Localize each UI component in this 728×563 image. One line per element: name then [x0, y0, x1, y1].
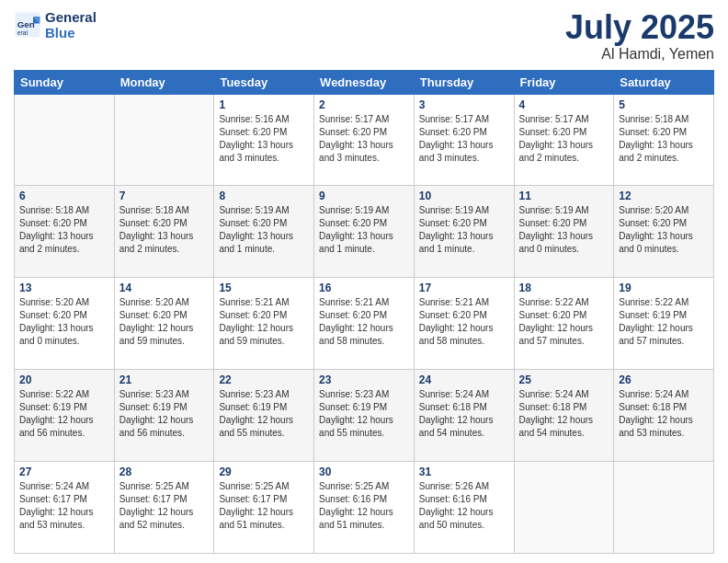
day-number: 8 [219, 190, 309, 202]
calendar-cell: 11Sunrise: 5:19 AMSunset: 6:20 PMDayligh… [514, 186, 614, 278]
day-info: Sunrise: 5:25 AMSunset: 6:17 PMDaylight:… [219, 480, 309, 532]
weekday-monday: Monday [114, 70, 214, 94]
svg-text:Gen: Gen [17, 19, 35, 29]
day-number: 24 [419, 373, 509, 386]
calendar-row-4: 27Sunrise: 5:24 AMSunset: 6:17 PMDayligh… [15, 462, 714, 554]
day-info: Sunrise: 5:16 AMSunset: 6:20 PMDaylight:… [219, 113, 309, 165]
day-info: Sunrise: 5:20 AMSunset: 6:20 PMDaylight:… [619, 204, 709, 256]
location-title: Al Hamdi, Yemen [565, 46, 714, 63]
day-number: 7 [119, 190, 210, 202]
day-number: 19 [619, 282, 709, 294]
day-number: 17 [419, 282, 509, 294]
day-number: 2 [319, 98, 409, 111]
calendar: SundayMondayTuesdayWednesdayThursdayFrid… [14, 70, 714, 554]
day-info: Sunrise: 5:18 AMSunset: 6:20 PMDaylight:… [119, 204, 210, 256]
day-info: Sunrise: 5:24 AMSunset: 6:18 PMDaylight:… [419, 388, 509, 440]
day-info: Sunrise: 5:19 AMSunset: 6:20 PMDaylight:… [519, 204, 609, 256]
calendar-cell: 28Sunrise: 5:25 AMSunset: 6:17 PMDayligh… [114, 462, 214, 554]
calendar-cell [114, 94, 214, 186]
day-info: Sunrise: 5:21 AMSunset: 6:20 PMDaylight:… [319, 296, 409, 348]
calendar-cell: 30Sunrise: 5:25 AMSunset: 6:16 PMDayligh… [314, 462, 415, 554]
calendar-cell: 15Sunrise: 5:21 AMSunset: 6:20 PMDayligh… [214, 278, 314, 370]
weekday-header-row: SundayMondayTuesdayWednesdayThursdayFrid… [15, 70, 714, 94]
calendar-cell: 4Sunrise: 5:17 AMSunset: 6:20 PMDaylight… [514, 94, 614, 186]
calendar-cell: 7Sunrise: 5:18 AMSunset: 6:20 PMDaylight… [114, 186, 214, 278]
day-number: 15 [219, 282, 309, 294]
day-info: Sunrise: 5:19 AMSunset: 6:20 PMDaylight:… [319, 204, 409, 256]
calendar-cell: 16Sunrise: 5:21 AMSunset: 6:20 PMDayligh… [314, 278, 415, 370]
day-number: 20 [19, 373, 109, 386]
day-info: Sunrise: 5:21 AMSunset: 6:20 PMDaylight:… [419, 296, 509, 348]
day-info: Sunrise: 5:25 AMSunset: 6:17 PMDaylight:… [119, 480, 210, 532]
weekday-wednesday: Wednesday [314, 70, 415, 94]
day-info: Sunrise: 5:18 AMSunset: 6:20 PMDaylight:… [19, 204, 109, 256]
calendar-cell [514, 462, 614, 554]
page: Gen eral General Blue July 2025 Al Hamdi… [0, 0, 728, 563]
calendar-row-3: 20Sunrise: 5:22 AMSunset: 6:19 PMDayligh… [15, 370, 714, 462]
day-number: 4 [519, 98, 609, 111]
day-number: 5 [619, 98, 709, 111]
day-info: Sunrise: 5:23 AMSunset: 6:19 PMDaylight:… [219, 388, 309, 440]
day-number: 22 [219, 373, 309, 386]
day-info: Sunrise: 5:17 AMSunset: 6:20 PMDaylight:… [319, 113, 409, 165]
weekday-tuesday: Tuesday [214, 70, 314, 94]
calendar-cell: 8Sunrise: 5:19 AMSunset: 6:20 PMDaylight… [214, 186, 314, 278]
calendar-row-1: 6Sunrise: 5:18 AMSunset: 6:20 PMDaylight… [15, 186, 714, 278]
calendar-cell: 31Sunrise: 5:26 AMSunset: 6:16 PMDayligh… [414, 462, 514, 554]
header: Gen eral General Blue July 2025 Al Hamdi… [14, 9, 714, 63]
calendar-cell: 14Sunrise: 5:20 AMSunset: 6:20 PMDayligh… [114, 278, 214, 370]
calendar-row-0: 1Sunrise: 5:16 AMSunset: 6:20 PMDaylight… [15, 94, 714, 186]
weekday-saturday: Saturday [614, 70, 714, 94]
calendar-cell: 23Sunrise: 5:23 AMSunset: 6:19 PMDayligh… [314, 370, 415, 462]
logo: Gen eral General Blue [14, 9, 97, 40]
svg-text:eral: eral [17, 29, 28, 36]
day-number: 29 [219, 465, 309, 478]
calendar-cell: 20Sunrise: 5:22 AMSunset: 6:19 PMDayligh… [15, 370, 115, 462]
day-info: Sunrise: 5:25 AMSunset: 6:16 PMDaylight:… [319, 480, 409, 532]
day-number: 11 [519, 190, 609, 202]
calendar-cell: 10Sunrise: 5:19 AMSunset: 6:20 PMDayligh… [414, 186, 514, 278]
calendar-cell: 22Sunrise: 5:23 AMSunset: 6:19 PMDayligh… [214, 370, 314, 462]
calendar-cell: 27Sunrise: 5:24 AMSunset: 6:17 PMDayligh… [15, 462, 115, 554]
calendar-cell [15, 94, 115, 186]
logo-icon: Gen eral [14, 11, 41, 39]
day-info: Sunrise: 5:18 AMSunset: 6:20 PMDaylight:… [619, 113, 709, 165]
day-info: Sunrise: 5:20 AMSunset: 6:20 PMDaylight:… [119, 296, 210, 348]
calendar-cell [614, 462, 714, 554]
calendar-cell: 5Sunrise: 5:18 AMSunset: 6:20 PMDaylight… [614, 94, 714, 186]
day-number: 3 [419, 98, 509, 111]
day-info: Sunrise: 5:24 AMSunset: 6:17 PMDaylight:… [19, 480, 109, 532]
calendar-cell: 25Sunrise: 5:24 AMSunset: 6:18 PMDayligh… [514, 370, 614, 462]
day-number: 13 [19, 282, 109, 294]
day-number: 28 [119, 465, 210, 478]
logo-text: General Blue [45, 9, 97, 40]
weekday-friday: Friday [514, 70, 614, 94]
day-number: 26 [619, 373, 709, 386]
day-number: 21 [119, 373, 210, 386]
day-info: Sunrise: 5:17 AMSunset: 6:20 PMDaylight:… [519, 113, 609, 165]
calendar-cell: 17Sunrise: 5:21 AMSunset: 6:20 PMDayligh… [414, 278, 514, 370]
calendar-cell: 12Sunrise: 5:20 AMSunset: 6:20 PMDayligh… [614, 186, 714, 278]
calendar-row-2: 13Sunrise: 5:20 AMSunset: 6:20 PMDayligh… [15, 278, 714, 370]
calendar-cell: 29Sunrise: 5:25 AMSunset: 6:17 PMDayligh… [214, 462, 314, 554]
day-info: Sunrise: 5:24 AMSunset: 6:18 PMDaylight:… [619, 388, 709, 440]
day-number: 18 [519, 282, 609, 294]
day-info: Sunrise: 5:24 AMSunset: 6:18 PMDaylight:… [519, 388, 609, 440]
day-info: Sunrise: 5:23 AMSunset: 6:19 PMDaylight:… [119, 388, 210, 440]
calendar-cell: 13Sunrise: 5:20 AMSunset: 6:20 PMDayligh… [15, 278, 115, 370]
day-number: 6 [19, 190, 109, 202]
day-info: Sunrise: 5:23 AMSunset: 6:19 PMDaylight:… [319, 388, 409, 440]
month-title: July 2025 [565, 9, 714, 46]
day-info: Sunrise: 5:21 AMSunset: 6:20 PMDaylight:… [219, 296, 309, 348]
day-info: Sunrise: 5:26 AMSunset: 6:16 PMDaylight:… [419, 480, 509, 532]
day-info: Sunrise: 5:17 AMSunset: 6:20 PMDaylight:… [419, 113, 509, 165]
weekday-thursday: Thursday [414, 70, 514, 94]
title-block: July 2025 Al Hamdi, Yemen [565, 9, 714, 63]
day-info: Sunrise: 5:20 AMSunset: 6:20 PMDaylight:… [19, 296, 109, 348]
day-info: Sunrise: 5:19 AMSunset: 6:20 PMDaylight:… [219, 204, 309, 256]
day-number: 16 [319, 282, 409, 294]
day-number: 30 [319, 465, 409, 478]
day-info: Sunrise: 5:19 AMSunset: 6:20 PMDaylight:… [419, 204, 509, 256]
calendar-cell: 3Sunrise: 5:17 AMSunset: 6:20 PMDaylight… [414, 94, 514, 186]
day-number: 23 [319, 373, 409, 386]
